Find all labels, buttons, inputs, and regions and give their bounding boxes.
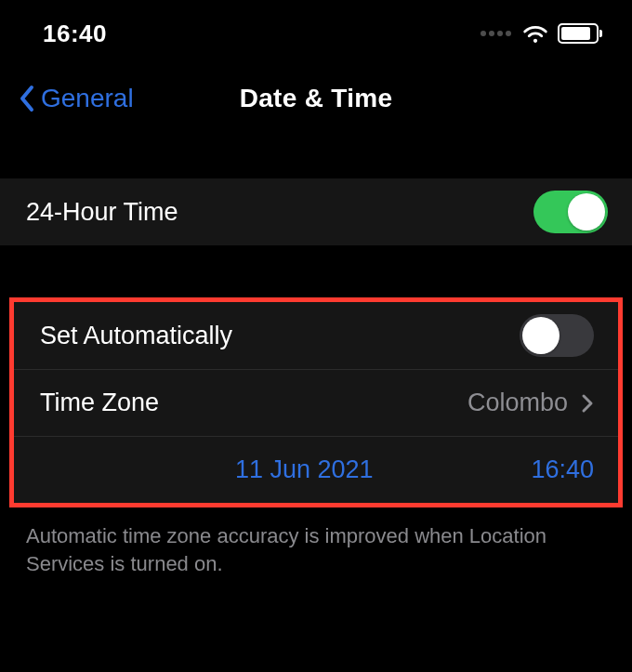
time-picker[interactable]: 16:40 [531, 455, 594, 484]
nav-bar: General Date & Time [0, 59, 632, 138]
chevron-right-icon [581, 393, 594, 414]
highlight-box: Set Automatically Time Zone Colombo 11 J… [9, 297, 623, 507]
toggle-set-automatically[interactable] [520, 314, 594, 357]
cellular-icon [481, 31, 511, 36]
wifi-icon [522, 23, 548, 44]
timezone-value: Colombo [467, 389, 568, 417]
row-date-time-picker: 11 Jun 2021 16:40 [14, 436, 618, 503]
back-label: General [41, 84, 134, 113]
group-24hour: 24-Hour Time [0, 178, 632, 245]
row-label: Set Automatically [40, 322, 232, 350]
row-label: Time Zone [40, 389, 159, 417]
status-icons [481, 23, 599, 44]
page-title: Date & Time [240, 84, 393, 113]
footer-note: Automatic time zone accuracy is improved… [0, 507, 632, 577]
row-time-zone[interactable]: Time Zone Colombo [14, 369, 618, 436]
status-bar: 16:40 [0, 0, 632, 59]
date-picker[interactable]: 11 Jun 2021 [235, 455, 374, 484]
status-time: 16:40 [43, 20, 107, 48]
row-set-automatically: Set Automatically [14, 302, 618, 369]
chevron-left-icon [19, 85, 35, 112]
battery-icon [558, 23, 599, 44]
back-button[interactable]: General [19, 84, 134, 113]
row-24-hour-time: 24-Hour Time [0, 178, 632, 245]
toggle-24-hour[interactable] [533, 191, 608, 233]
row-label: 24-Hour Time [26, 198, 178, 227]
